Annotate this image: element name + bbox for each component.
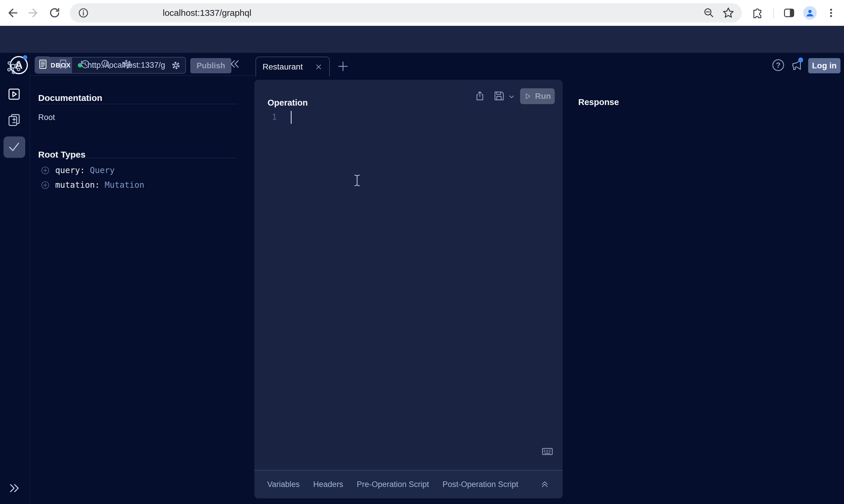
dock-variables[interactable]: Variables xyxy=(267,480,300,489)
browser-toolbar: localhost:1337/graphql xyxy=(0,0,844,26)
add-field-icon[interactable] xyxy=(40,180,50,190)
tab-close-icon[interactable] xyxy=(314,63,323,71)
schema-notification-dot xyxy=(23,55,27,59)
dock-headers[interactable]: Headers xyxy=(313,480,343,489)
dock-pre-operation-script[interactable]: Pre-Operation Script xyxy=(357,480,429,489)
left-rail xyxy=(0,53,30,504)
help-icon[interactable]: ? xyxy=(772,59,784,71)
search-icon[interactable] xyxy=(100,58,112,70)
operation-panel: Operation Run 1 Variables Headers Pre-Op… xyxy=(254,80,563,499)
address-bar[interactable]: localhost:1337/graphql xyxy=(70,3,742,23)
extensions-icon[interactable] xyxy=(751,6,763,19)
run-label: Run xyxy=(535,92,551,101)
doc-toolbar-divider xyxy=(30,75,254,76)
explorer-settings-gear-icon[interactable] xyxy=(121,58,133,70)
type-field-label: mutation: xyxy=(55,180,100,190)
back-icon[interactable] xyxy=(6,6,19,19)
login-button[interactable]: Log in xyxy=(808,58,841,73)
collapse-panel-icon[interactable] xyxy=(228,57,241,70)
profile-avatar[interactable] xyxy=(803,6,817,20)
doc-divider xyxy=(38,104,237,104)
dock-post-operation-script[interactable]: Post-Operation Script xyxy=(443,480,518,489)
checks-icon[interactable] xyxy=(6,139,22,154)
keyboard-shortcuts-icon[interactable] xyxy=(541,445,554,458)
apollo-topbar: A SANDBOX http://localhost:1337/gra… Pub… xyxy=(0,26,844,53)
add-field-icon[interactable] xyxy=(40,166,50,175)
tab-restaurant[interactable]: Restaurant xyxy=(256,57,330,76)
explorer-icon[interactable] xyxy=(6,87,22,102)
announcements-notification-dot xyxy=(798,57,803,62)
type-link[interactable]: Query xyxy=(90,165,115,175)
documentation-title: Documentation xyxy=(38,93,102,103)
text-cursor-pointer xyxy=(354,174,361,186)
type-link[interactable]: Mutation xyxy=(105,180,144,190)
save-operation-icon[interactable] xyxy=(493,90,505,102)
apollo-sandbox-screen: localhost:1337/graphql A SANDBOX xyxy=(0,0,844,504)
reload-icon[interactable] xyxy=(48,6,61,19)
root-link[interactable]: Root xyxy=(38,113,55,122)
root-type-row-query: query: Query xyxy=(40,165,115,175)
operation-dock: Variables Headers Pre-Operation Script P… xyxy=(254,470,563,499)
root-types-divider xyxy=(38,158,237,158)
address-url[interactable]: localhost:1337/graphql xyxy=(163,3,252,23)
browser-menu-icon[interactable] xyxy=(825,7,837,19)
tab-label: Restaurant xyxy=(262,62,309,72)
expand-rail-icon[interactable] xyxy=(7,481,21,495)
run-button[interactable]: Run xyxy=(520,88,555,104)
documentation-panel: Documentation Root Root Types query: Que… xyxy=(30,53,254,504)
site-info-icon[interactable] xyxy=(77,7,89,19)
save-menu-chevron-icon[interactable] xyxy=(508,93,515,101)
type-field-label: query: xyxy=(55,165,85,175)
changelog-diff-icon[interactable] xyxy=(6,112,22,127)
zoom-out-icon[interactable] xyxy=(703,7,715,19)
editor-caret xyxy=(291,111,292,124)
toolbar-divider xyxy=(773,7,774,18)
forward-icon[interactable] xyxy=(27,6,40,19)
saved-operations-bookmark-icon[interactable] xyxy=(57,58,69,70)
share-operation-icon[interactable] xyxy=(474,90,486,102)
editor-line-number: 1 xyxy=(269,113,277,122)
history-icon[interactable] xyxy=(79,58,91,70)
bookmark-star-icon[interactable] xyxy=(722,6,735,19)
dock-expand-icon[interactable] xyxy=(540,480,550,490)
operation-title: Operation xyxy=(268,98,308,108)
response-title: Response xyxy=(578,97,619,107)
documentation-tab-icon[interactable] xyxy=(37,58,49,70)
schema-graph-icon[interactable] xyxy=(6,60,22,75)
side-panel-icon[interactable] xyxy=(782,6,795,19)
new-tab-icon[interactable] xyxy=(337,60,349,73)
root-type-row-mutation: mutation: Mutation xyxy=(40,180,144,190)
